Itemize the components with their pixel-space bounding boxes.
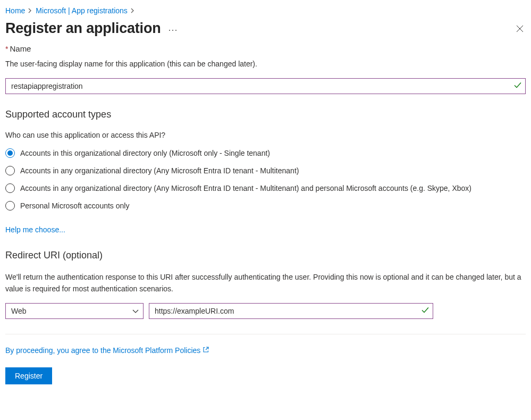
policies-agreement: By proceeding, you agree to the Microsof… <box>5 346 526 355</box>
chevron-down-icon <box>132 307 139 315</box>
account-types-radio-group: Accounts in this organizational director… <box>5 148 526 212</box>
breadcrumb-home[interactable]: Home <box>5 6 25 15</box>
platform-selected-value: Web <box>11 307 27 315</box>
account-types-question: Who can use this application or access t… <box>5 131 526 139</box>
radio-label: Accounts in this organizational director… <box>20 148 281 159</box>
chevron-right-icon <box>28 6 32 15</box>
chevron-right-icon <box>131 6 135 15</box>
redirect-uri-row: Web <box>5 303 526 319</box>
register-button[interactable]: Register <box>5 367 52 384</box>
help-me-choose-link[interactable]: Help me choose... <box>5 225 65 234</box>
platform-select[interactable]: Web <box>5 303 144 319</box>
name-description: The user-facing display name for this ap… <box>5 58 526 70</box>
close-icon <box>516 25 524 32</box>
radio-option-personal-only[interactable]: Personal Microsoft accounts only <box>5 200 526 212</box>
name-label-text: Name <box>10 44 31 53</box>
radio-icon <box>5 166 15 175</box>
required-indicator: * <box>5 45 8 53</box>
radio-option-single-tenant[interactable]: Accounts in this organizational director… <box>5 148 526 159</box>
redirect-uri-description: We'll return the authentication response… <box>5 272 526 295</box>
external-link-icon <box>203 346 209 355</box>
checkmark-icon <box>514 82 521 91</box>
divider <box>5 334 526 334</box>
more-options-icon[interactable]: ··· <box>168 21 178 36</box>
checkmark-icon <box>422 307 429 316</box>
radio-icon <box>5 183 15 193</box>
breadcrumb-app-registrations[interactable]: Microsoft | App registrations <box>36 6 127 15</box>
breadcrumb: Home Microsoft | App registrations <box>5 6 526 15</box>
redirect-uri-heading: Redirect URI (optional) <box>5 250 526 261</box>
radio-icon <box>5 148 15 158</box>
close-button[interactable] <box>514 23 526 35</box>
redirect-uri-input[interactable] <box>149 303 433 319</box>
radio-icon <box>5 201 15 211</box>
name-label: * Name <box>5 44 526 53</box>
radio-option-multitenant-personal[interactable]: Accounts in any organizational directory… <box>5 183 526 194</box>
radio-label: Personal Microsoft accounts only <box>20 200 140 212</box>
name-input[interactable] <box>5 78 526 94</box>
radio-option-multitenant[interactable]: Accounts in any organizational directory… <box>5 165 526 177</box>
page-title: Register an application <box>5 20 161 37</box>
radio-label: Accounts in any organizational directory… <box>20 165 309 177</box>
radio-label: Accounts in any organizational directory… <box>20 183 482 194</box>
page-header: Register an application ··· <box>5 20 526 37</box>
account-types-heading: Supported account types <box>5 109 526 120</box>
platform-policies-link[interactable]: By proceeding, you agree to the Microsof… <box>5 346 200 355</box>
